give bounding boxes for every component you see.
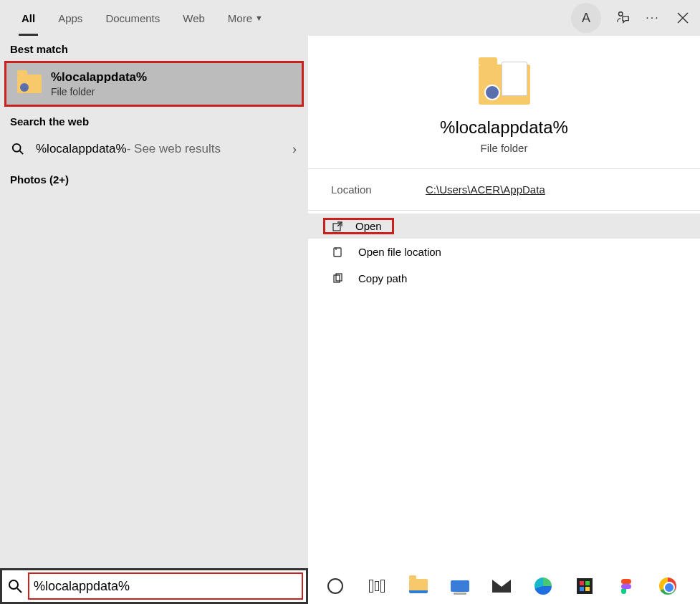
edge-icon[interactable] [533, 576, 553, 596]
tab-apps[interactable]: Apps [47, 0, 94, 36]
svg-rect-7 [334, 248, 341, 257]
folder-icon [16, 71, 42, 97]
action-open-location-label: Open file location [358, 246, 441, 258]
figma-icon[interactable] [616, 576, 636, 596]
close-icon[interactable] [674, 9, 691, 27]
best-match-heading: Best match [0, 36, 308, 61]
action-list: Open Open file location Copy path [308, 211, 700, 294]
mail-icon[interactable] [492, 576, 512, 596]
taskbar [0, 568, 700, 604]
search-input[interactable] [34, 579, 297, 594]
search-header: All Apps Documents Web More▼ A ··· [0, 0, 700, 36]
action-copy-path-label: Copy path [358, 272, 407, 284]
web-search-result[interactable]: %localappdata% - See web results › [0, 133, 308, 165]
search-icon [10, 143, 26, 155]
best-match-title: %localappdata% [51, 70, 147, 85]
user-avatar[interactable]: A [571, 3, 601, 33]
preview-title: %localappdata% [440, 118, 568, 138]
svg-line-6 [337, 222, 342, 226]
search-box[interactable] [0, 568, 308, 604]
chevron-right-icon: › [292, 142, 297, 157]
photos-heading[interactable]: Photos (2+) [0, 165, 308, 194]
tab-documents[interactable]: Documents [94, 0, 171, 36]
action-open[interactable]: Open [308, 214, 700, 239]
svg-line-4 [20, 151, 24, 155]
taskbar-icons [308, 576, 678, 596]
location-label: Location [331, 183, 426, 196]
svg-point-10 [9, 580, 18, 589]
location-row: Location C:\Users\ACER\AppData [308, 169, 700, 211]
open-icon [331, 221, 344, 232]
chrome-icon[interactable] [658, 576, 678, 596]
best-match-result[interactable]: %localappdata% File folder [4, 61, 304, 107]
action-copy-path[interactable]: Copy path [308, 265, 700, 292]
location-path[interactable]: C:\Users\ACER\AppData [426, 183, 545, 196]
preview-subtitle: File folder [481, 142, 528, 154]
folder-icon [479, 64, 530, 105]
svg-point-3 [13, 144, 21, 152]
web-search-term: %localappdata% [36, 142, 127, 156]
svg-line-11 [17, 588, 21, 593]
copy-icon [331, 273, 344, 284]
preview-panel: %localappdata% File folder Location C:\U… [308, 36, 700, 568]
task-view-icon[interactable] [367, 576, 387, 596]
feedback-icon[interactable] [614, 9, 631, 27]
file-explorer-icon[interactable] [408, 576, 428, 596]
chevron-down-icon: ▼ [255, 14, 263, 22]
best-match-subtitle: File folder [51, 86, 147, 97]
header-actions: A ··· [571, 0, 691, 36]
location-icon [331, 246, 344, 258]
tab-more[interactable]: More▼ [216, 0, 274, 36]
more-options-icon[interactable]: ··· [644, 9, 661, 27]
svg-point-0 [619, 12, 623, 16]
category-tabs: All Apps Documents Web More▼ [10, 0, 274, 36]
keyboard-app-icon[interactable] [450, 576, 470, 596]
results-panel: Best match %localappdata% File folder Se… [0, 36, 308, 568]
tab-web[interactable]: Web [171, 0, 216, 36]
search-icon [2, 579, 28, 593]
action-open-location[interactable]: Open file location [308, 239, 700, 265]
action-open-label: Open [355, 220, 382, 232]
tab-all[interactable]: All [10, 0, 47, 36]
cortana-icon[interactable] [325, 576, 345, 596]
search-web-heading: Search the web [0, 108, 308, 133]
microsoft-store-icon[interactable] [575, 576, 595, 596]
web-search-suffix: - See web results [127, 142, 221, 156]
